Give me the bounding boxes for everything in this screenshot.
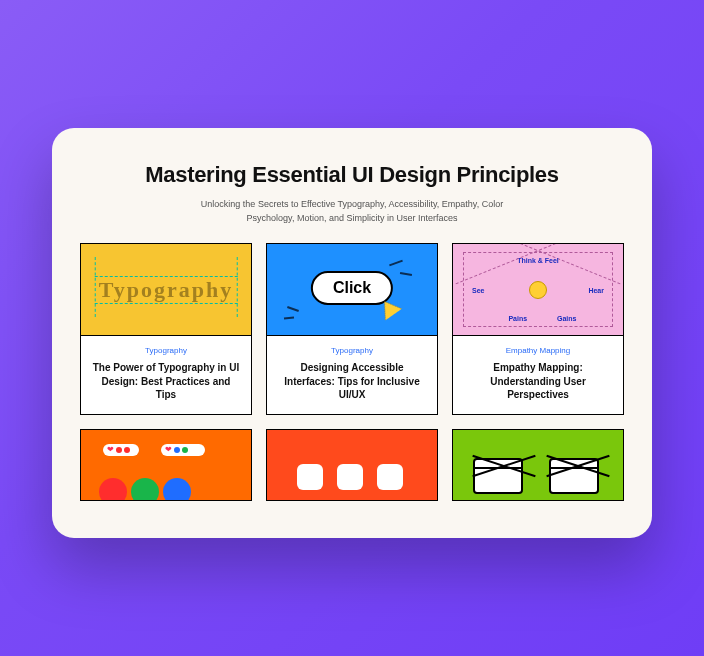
card-typography[interactable]: Typography Typography The Power of Typog… bbox=[80, 243, 252, 415]
card-grid: Typography Typography The Power of Typog… bbox=[80, 243, 624, 501]
card-motion[interactable] bbox=[266, 429, 438, 501]
empathy-map-frame: Think & Feel See Hear Pains Gains bbox=[463, 252, 613, 327]
card-meta: Typography The Power of Typography in UI… bbox=[81, 336, 251, 414]
dot-icon bbox=[182, 447, 188, 453]
spark-icon bbox=[284, 316, 294, 319]
reaction-pill-icon: ❤ bbox=[103, 444, 139, 456]
heart-icon: ❤ bbox=[107, 445, 114, 454]
card-title: Empathy Mapping: Understanding User Pers… bbox=[463, 361, 613, 402]
card-category: Empathy Mapping bbox=[463, 346, 613, 355]
card-category: Typography bbox=[91, 346, 241, 355]
motion-square-icon bbox=[337, 464, 363, 490]
card-thumbnail: ❤ ❤ bbox=[81, 430, 251, 500]
empathy-label-think: Think & Feel bbox=[517, 257, 559, 264]
reaction-pill-icon: ❤ bbox=[161, 444, 205, 456]
card-color-psychology[interactable]: ❤ ❤ bbox=[80, 429, 252, 501]
dot-icon bbox=[174, 447, 180, 453]
spark-icon bbox=[389, 260, 403, 267]
motion-square-icon bbox=[377, 464, 403, 490]
color-circle-icon bbox=[163, 478, 191, 500]
card-meta: Empathy Mapping Empathy Mapping: Underst… bbox=[453, 336, 623, 414]
motion-square-icon bbox=[297, 464, 323, 490]
card-thumbnail bbox=[453, 430, 623, 500]
click-button-illustration: Click bbox=[311, 271, 393, 305]
card-accessibility[interactable]: Click Typography Designing Accessible In… bbox=[266, 243, 438, 415]
color-circle-icon bbox=[99, 478, 127, 500]
card-category: Typography bbox=[277, 346, 427, 355]
heart-icon: ❤ bbox=[165, 445, 172, 454]
empathy-label-see: See bbox=[472, 286, 484, 293]
spark-icon bbox=[400, 272, 412, 276]
dot-icon bbox=[124, 447, 130, 453]
empathy-label-gains: Gains bbox=[557, 315, 576, 322]
page-subtitle: Unlocking the Secrets to Effective Typog… bbox=[182, 198, 522, 225]
stage-background: Mastering Essential UI Design Principles… bbox=[0, 0, 704, 656]
content-panel: Mastering Essential UI Design Principles… bbox=[52, 128, 652, 538]
card-title: The Power of Typography in UI Design: Be… bbox=[91, 361, 241, 402]
card-thumbnail: Think & Feel See Hear Pains Gains bbox=[453, 244, 623, 336]
card-simplicity[interactable] bbox=[452, 429, 624, 501]
dot-icon bbox=[116, 447, 122, 453]
card-empathy-mapping[interactable]: Think & Feel See Hear Pains Gains Empath… bbox=[452, 243, 624, 415]
empathy-label-pains: Pains bbox=[508, 315, 527, 322]
card-thumbnail bbox=[267, 430, 437, 500]
card-title: Designing Accessible Interfaces: Tips fo… bbox=[277, 361, 427, 402]
color-circle-icon bbox=[131, 478, 159, 500]
card-thumbnail: Click bbox=[267, 244, 437, 336]
card-thumbnail: Typography bbox=[81, 244, 251, 336]
empathy-label-hear: Hear bbox=[588, 286, 604, 293]
page-title: Mastering Essential UI Design Principles bbox=[80, 162, 624, 188]
typography-word-icon: Typography bbox=[95, 276, 238, 304]
face-icon bbox=[529, 281, 547, 299]
card-meta: Typography Designing Accessible Interfac… bbox=[267, 336, 437, 414]
spark-icon bbox=[287, 306, 299, 312]
